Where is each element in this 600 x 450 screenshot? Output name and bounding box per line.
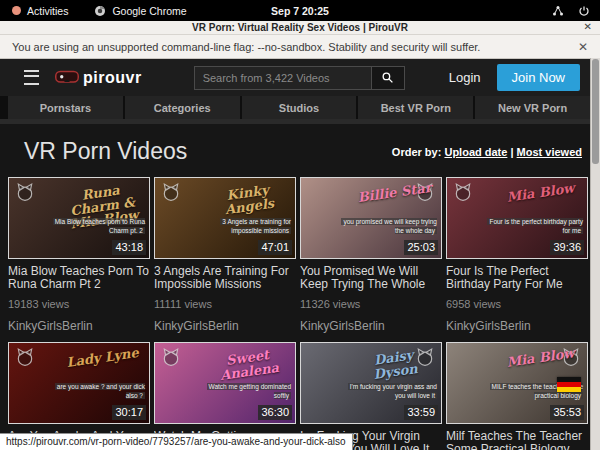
studio-cat-logo-icon — [15, 347, 35, 367]
system-top-bar: Activities Google Chrome Sep 7 20:25 — [0, 0, 600, 21]
activities-indicator-icon — [12, 6, 21, 15]
video-studio-link[interactable]: KinkyGirlsBerlin — [154, 319, 296, 333]
video-title-link[interactable]: You Promised We Will Keep Trying The Who… — [300, 265, 442, 291]
site-logo[interactable]: pirouvr — [55, 69, 142, 87]
thumbnail-caption: I'm fucking your virgin ass and you will… — [336, 382, 437, 402]
nav-item-categories[interactable]: Categories — [125, 96, 240, 119]
video-thumbnail[interactable]: Mia Blow Four is the perfect birthday pa… — [446, 177, 588, 259]
video-duration-badge: 25:03 — [404, 240, 438, 255]
video-thumbnail[interactable]: Lady Lyne are you awake ? and your dick … — [8, 342, 150, 424]
thumbnail-caption: 3 Angels are training for impossible mis… — [190, 217, 291, 237]
video-duration-badge: 33:59 — [404, 405, 438, 420]
power-icon[interactable] — [578, 5, 590, 17]
video-studio-link[interactable]: KinkyGirlsBerlin — [446, 319, 588, 333]
video-thumbnail[interactable]: Mia Blow MILF teaches the teacher some p… — [446, 342, 588, 424]
video-title-link[interactable]: Four Is The Perfect Birthday Party For M… — [446, 265, 588, 291]
video-title-link[interactable]: 3 Angels Are Training For Impossible Mis… — [154, 265, 296, 291]
nav-item-studios[interactable]: Studios — [242, 96, 357, 119]
window-title-bar: VR Porn: Virtual Reality Sex Videos | Pi… — [0, 21, 600, 34]
thumbnail-caption: Mia Blow teaches porn to Runa Charm pt. … — [44, 217, 145, 237]
video-grid: Runa Charm & Mia Blow Mia Blow teaches p… — [0, 175, 600, 450]
thumbnail-caption: Four is the perfect birthday party for m… — [482, 217, 583, 237]
video-views: 6958 views — [446, 298, 588, 310]
vr-goggles-icon — [55, 70, 79, 85]
tray-network-icon[interactable] — [552, 5, 564, 17]
main-nav: Pornstars Categories Studios Best VR Por… — [0, 96, 600, 119]
studio-cat-logo-icon — [453, 182, 473, 202]
window-close-icon[interactable]: ✕ — [584, 21, 592, 32]
studio-cat-logo-icon — [15, 182, 35, 202]
video-title-link[interactable]: Milf Teaches The Teacher Some Practical … — [446, 430, 588, 450]
thumbnail-caption: are you awake ? and your dick also ? — [44, 382, 145, 402]
video-studio-link[interactable]: KinkyGirlsBerlin — [300, 319, 442, 333]
german-flag-icon — [557, 377, 581, 392]
video-views: 11111 views — [154, 298, 296, 310]
video-thumbnail[interactable]: Kinky Angels 3 Angels are training for i… — [154, 177, 296, 259]
nav-item-pornstars[interactable]: Pornstars — [8, 96, 123, 119]
hamburger-menu-icon[interactable] — [24, 70, 39, 85]
video-thumbnail[interactable]: Sweet Analena Watch me getting dominated… — [154, 342, 296, 424]
video-duration-badge: 35:53 — [550, 405, 584, 420]
video-card: Billie Star you promised we will keep tr… — [300, 177, 442, 333]
page-header: VR Porn Videos Order by: Upload date | M… — [0, 124, 600, 175]
order-by-label: Order by: — [392, 146, 442, 158]
search-icon — [381, 71, 394, 84]
thumbnail-overlay-title: Lady Lyne — [62, 345, 144, 370]
order-by-upload-date-link[interactable]: Upload date — [444, 146, 507, 158]
chrome-icon — [94, 5, 106, 17]
chrome-taskbar-item[interactable]: Google Chrome — [94, 5, 186, 17]
clock[interactable]: Sep 7 20:25 — [271, 5, 329, 17]
video-thumbnail[interactable]: Runa Charm & Mia Blow Mia Blow teaches p… — [8, 177, 150, 259]
video-duration-badge: 39:36 — [550, 240, 584, 255]
order-by-most-viewed-link[interactable]: Most viewed — [517, 146, 582, 158]
order-by-separator: | — [510, 146, 513, 158]
thumbnail-overlay-title: Mia Blow — [500, 180, 582, 205]
nav-item-new-vr-porn[interactable]: New VR Porn — [475, 96, 590, 119]
activities-label: Activities — [27, 5, 68, 17]
login-link[interactable]: Login — [449, 70, 481, 85]
video-duration-badge: 36:30 — [258, 405, 292, 420]
chrome-taskbar-label: Google Chrome — [112, 5, 186, 17]
studio-cat-logo-icon — [161, 182, 181, 202]
nav-item-best-vr-porn[interactable]: Best VR Porn — [358, 96, 473, 119]
status-bar-url-tooltip: https://pirouvr.com/vr-porn-video/779325… — [0, 433, 353, 450]
thumbnail-caption: Watch me getting dominated softly — [190, 382, 291, 402]
scrollbar[interactable] — [590, 58, 600, 450]
status-url: https://pirouvr.com/vr-porn-video/779325… — [6, 436, 346, 447]
video-title-link[interactable]: Mia Blow Teaches Porn To Runa Charm Pt 2 — [8, 265, 150, 291]
video-card: Mia Blow MILF teaches the teacher some p… — [446, 342, 588, 450]
warning-text: You are using an unsupported command-lin… — [12, 41, 480, 53]
video-duration-badge: 47:01 — [258, 240, 292, 255]
chrome-warning-bar: You are using an unsupported command-lin… — [0, 34, 600, 59]
activities-button[interactable]: Activities — [12, 5, 68, 17]
scrollbar-thumb[interactable] — [592, 59, 599, 164]
video-thumbnail[interactable]: Daisy Dyson I'm fucking your virgin ass … — [300, 342, 442, 424]
video-views: 11326 views — [300, 298, 442, 310]
video-card: Runa Charm & Mia Blow Mia Blow teaches p… — [8, 177, 150, 333]
site-logo-text: pirouvr — [83, 69, 142, 87]
join-now-button[interactable]: Join Now — [497, 64, 580, 91]
thumbnail-overlay-title: Sweet Analena — [207, 345, 291, 383]
thumbnail-overlay-title: Kinky Angels — [207, 180, 291, 218]
video-views: 19183 views — [8, 298, 150, 310]
video-card: Mia Blow Four is the perfect birthday pa… — [446, 177, 588, 333]
warning-close-icon[interactable]: ✕ — [578, 40, 588, 54]
search-button[interactable] — [371, 67, 404, 89]
video-studio-link[interactable]: KinkyGirlsBerlin — [8, 319, 150, 333]
page-title: VR Porn Videos — [24, 138, 187, 165]
order-by-controls: Order by: Upload date | Most viewed — [392, 146, 582, 158]
video-duration-badge: 30:17 — [112, 405, 146, 420]
window-title: VR Porn: Virtual Reality Sex Videos | Pi… — [192, 22, 408, 33]
search-bar — [194, 66, 405, 90]
thumbnail-caption: you promised we will keep trying the who… — [336, 217, 437, 237]
site-header: pirouvr Login Join Now — [0, 59, 600, 96]
thumbnail-overlay-title: Daisy Dyson — [353, 345, 437, 383]
studio-cat-logo-icon — [161, 347, 181, 367]
video-thumbnail[interactable]: Billie Star you promised we will keep tr… — [300, 177, 442, 259]
search-input[interactable] — [195, 67, 371, 89]
video-duration-badge: 43:18 — [112, 240, 146, 255]
video-card: Kinky Angels 3 Angels are training for i… — [154, 177, 296, 333]
